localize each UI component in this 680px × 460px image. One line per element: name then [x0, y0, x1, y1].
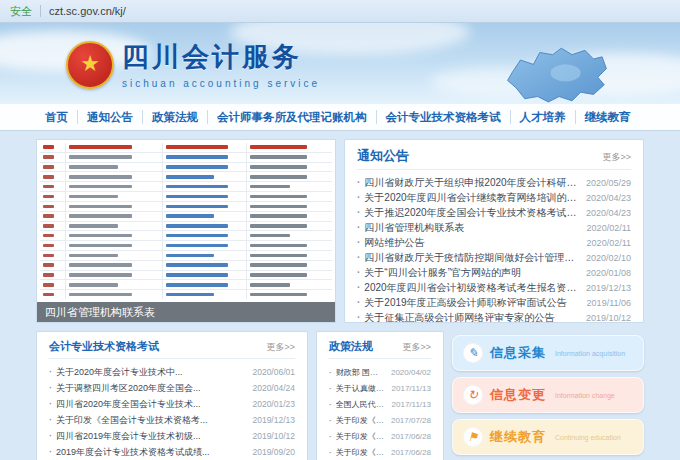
site-subtitle: sichuan accounting service: [122, 78, 320, 89]
table-row: [40, 231, 332, 241]
notices-title: 通知公告: [357, 147, 409, 165]
notice-item[interactable]: 关于“四川会计服务”官方网站的声明 2020/01/08: [357, 265, 631, 280]
notices-list: 四川省财政厅关于组织申报2020年度会计科研项目的通知 2020/05/29 关…: [357, 173, 631, 323]
carousel[interactable]: 四川省管理机构联系表: [36, 139, 336, 323]
notice-title[interactable]: 关于“四川会计服务”官方网站的声明: [364, 266, 580, 280]
notice-title[interactable]: 四川省管理机构联系表: [364, 221, 580, 235]
policy-item-title[interactable]: 关于印发《企业会计准则解释...: [336, 431, 385, 442]
service-label: 信息采集: [490, 344, 546, 362]
table-row: [40, 143, 332, 153]
notice-title[interactable]: 四川省财政厅关于组织申报2020年度会计科研项目的通知: [364, 176, 580, 190]
notice-date: 2019/12/13: [586, 283, 631, 293]
table-row: [40, 182, 332, 192]
policy-item[interactable]: 关于认真做好《会计法》贯彻... 2017/11/13: [329, 380, 431, 396]
exam-item[interactable]: 关于调整四川考区2020年度全国会... 2020/04/24: [49, 380, 295, 396]
notices-more-link[interactable]: 更多>>: [602, 151, 631, 164]
policy-item[interactable]: 全国人民代表大会常务委员会关... 2017/11/13: [329, 396, 431, 412]
policy-item-date: 2017/07/28: [391, 416, 431, 425]
notice-item[interactable]: 四川省财政厅关于疫情防控期间做好会计管理工作的公告 2020/02/10: [357, 250, 631, 265]
exam-item[interactable]: 四川省2020年度全国会计专业技术... 2020/01/23: [49, 396, 295, 412]
exam-item-title[interactable]: 关于2020年度会计专业技术中...: [56, 366, 246, 379]
notice-title[interactable]: 关于2019年度正高级会计师职称评审面试公告: [364, 296, 580, 310]
policy-item-title[interactable]: 全国人民代表大会常务委员会关...: [336, 399, 386, 410]
table-row: [40, 172, 332, 182]
browser-address-bar[interactable]: 安全 czt.sc.gov.cn/kj/: [0, 0, 680, 23]
policy-item[interactable]: 关于印发《小企业内部控制规... 2017/07/28: [329, 412, 431, 428]
exam-item[interactable]: 四川省2019年度会计专业技术初级... 2019/10/12: [49, 428, 295, 444]
notice-date: 2020/04/23: [586, 193, 631, 203]
notice-item[interactable]: 四川省财政厅关于组织申报2020年度会计科研项目的通知 2020/05/29: [357, 175, 631, 190]
policy-item[interactable]: 关于印发《企业会计准则解释... 2017/06/28: [329, 428, 431, 444]
exam-item-date: 2019/10/12: [252, 431, 295, 441]
nav-item[interactable]: 首页: [36, 110, 78, 124]
star-icon: ★: [80, 53, 100, 75]
service-card[interactable]: ⚑ 继续教育 Continuing education: [452, 419, 644, 455]
service-label: 信息变更: [490, 386, 546, 404]
exam-item-title[interactable]: 四川省2019年度会计专业技术初级...: [56, 430, 246, 443]
notice-item[interactable]: 四川省管理机构联系表 2020/02/11: [357, 220, 631, 235]
exam-item-title[interactable]: 关于调整四川考区2020年度全国会...: [56, 382, 246, 395]
table-row: [40, 212, 332, 222]
service-label-en: Continuing education: [555, 434, 621, 441]
exam-item-date: 2019/09/20: [252, 447, 295, 457]
notice-date: 2020/01/08: [586, 268, 631, 278]
policy-title: 政策法规: [329, 339, 373, 354]
exam-item[interactable]: 关于2020年度会计专业技术中... 2020/06/01: [49, 364, 295, 380]
site-header: ★ 四川会计服务 sichuan accounting service: [0, 23, 680, 104]
exam-more-link[interactable]: 更多>>: [266, 341, 295, 354]
policy-item[interactable]: 关于印发《企业会计准则解释... 2017/06/28: [329, 444, 431, 460]
notice-item[interactable]: 网站维护公告 2020/02/11: [357, 235, 631, 250]
carousel-caption: 四川省管理机构联系表: [37, 302, 335, 322]
nav-item[interactable]: 人才培养: [511, 110, 576, 124]
table-row: [40, 153, 332, 163]
policy-item-title[interactable]: 关于印发《小企业内部控制规...: [336, 415, 385, 426]
notice-title[interactable]: 2020年度四川省会计初级资格考试考生报名资格审核公告: [364, 281, 580, 295]
exam-item-date: 2020/04/24: [252, 383, 295, 393]
notice-date: 2020/04/23: [586, 208, 631, 218]
table-row: [40, 261, 332, 271]
exam-item-title[interactable]: 关于印发《全国会计专业技术资格考...: [56, 414, 246, 427]
table-row: [40, 222, 332, 232]
refresh-icon: ↻: [463, 385, 483, 405]
policy-item[interactable]: 财政部 国家档案局关于规范电子... 2020/04/02: [329, 364, 431, 380]
table-row: [40, 280, 332, 290]
notice-title[interactable]: 关于2020年度四川省会计继续教育网络培训的公告: [364, 191, 580, 205]
policy-item-date: 2017/11/13: [392, 384, 431, 393]
security-label: 安全: [10, 4, 32, 19]
policy-item-title[interactable]: 关于印发《企业会计准则解释...: [336, 447, 385, 458]
services-column: ✎ 信息采集 Information acquisition ↻ 信息变更 In…: [452, 331, 644, 460]
nav-item[interactable]: 会计专业技术资格考试: [377, 110, 511, 124]
notice-title[interactable]: 四川省财政厅关于疫情防控期间做好会计管理工作的公告: [364, 251, 580, 265]
service-label: 继续教育: [490, 428, 546, 446]
url-text[interactable]: czt.sc.gov.cn/kj/: [49, 5, 126, 17]
notice-item[interactable]: 关于征集正高级会计师网络评审专家的公告 2019/10/12: [357, 310, 631, 323]
table-row: [40, 271, 332, 281]
notice-item[interactable]: 关于2019年度正高级会计师职称评审面试公告 2019/11/06: [357, 295, 631, 310]
notice-item[interactable]: 关于推迟2020年度全国会计专业技术资格考试日期有关事... 2020/04/2…: [357, 205, 631, 220]
exam-item[interactable]: 关于印发《全国会计专业技术资格考... 2019/12/13: [49, 412, 295, 428]
exam-item-title[interactable]: 四川省2020年度全国会计专业技术...: [56, 398, 246, 411]
policy-more-link[interactable]: 更多>>: [402, 341, 431, 354]
policy-list: 财政部 国家档案局关于规范电子... 2020/04/02 关于认真做好《会计法…: [329, 362, 431, 460]
policy-item-title[interactable]: 财政部 国家档案局关于规范电子...: [336, 367, 385, 378]
policy-item-title[interactable]: 关于认真做好《会计法》贯彻...: [336, 383, 386, 394]
policy-item-date: 2017/11/13: [392, 400, 431, 409]
nav-item[interactable]: 会计师事务所及代理记账机构: [208, 110, 377, 124]
notice-title[interactable]: 关于推迟2020年度全国会计专业技术资格考试日期有关事...: [364, 206, 580, 220]
exam-item-title[interactable]: 2019年度会计专业技术资格考试成绩...: [56, 446, 246, 459]
notice-item[interactable]: 2020年度四川省会计初级资格考试考生报名资格审核公告 2019/12/13: [357, 280, 631, 295]
exam-title: 会计专业技术资格考试: [49, 339, 159, 354]
exam-item-date: 2020/06/01: [252, 367, 295, 377]
service-card[interactable]: ✎ 信息采集 Information acquisition: [452, 335, 644, 371]
exam-item[interactable]: 2019年度会计专业技术资格考试成绩... 2019/09/20: [49, 444, 295, 460]
notice-item[interactable]: 关于2020年度四川省会计继续教育网络培训的公告 2020/04/23: [357, 190, 631, 205]
nav-item[interactable]: 政策法规: [143, 110, 208, 124]
nav-list: 首页 通知公告 政策法规 会计师事务所及代理记账机构 会计专业技术资格考试 人才…: [0, 104, 640, 130]
notice-title[interactable]: 关于征集正高级会计师网络评审专家的公告: [364, 311, 580, 324]
nav-item[interactable]: 继续教育: [576, 110, 640, 124]
site-title-block: 四川会计服务 sichuan accounting service: [122, 39, 320, 89]
nav-item[interactable]: 通知公告: [78, 110, 143, 124]
service-card[interactable]: ↻ 信息变更 Information change: [452, 377, 644, 413]
notice-title[interactable]: 网站维护公告: [364, 236, 580, 250]
main-nav: 首页 通知公告 政策法规 会计师事务所及代理记账机构 会计专业技术资格考试 人才…: [0, 104, 680, 131]
